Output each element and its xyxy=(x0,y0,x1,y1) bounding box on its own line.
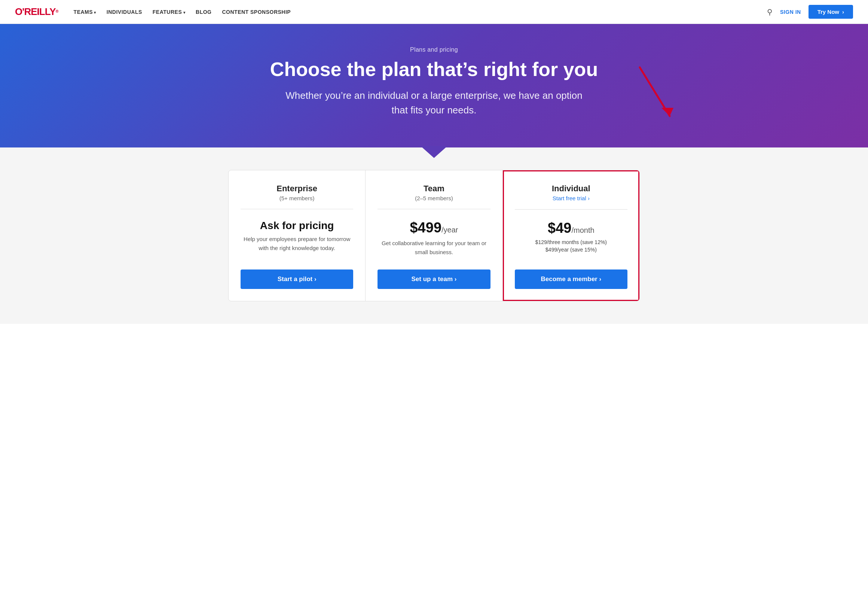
enterprise-plan-name: Enterprise xyxy=(240,184,353,194)
logo-text: O'REILLY xyxy=(15,6,55,17)
nav-teams[interactable]: TEAMS xyxy=(74,9,96,15)
search-icon[interactable]: ⚲ xyxy=(767,8,773,17)
enterprise-body: Ask for pricing Help your employees prep… xyxy=(240,220,353,259)
pricing-section: Enterprise (5+ members) Ask for pricing … xyxy=(0,147,868,324)
enterprise-plan-sub: (5+ members) xyxy=(240,195,353,202)
annotation-arrow xyxy=(632,64,677,125)
start-pilot-button[interactable]: Start a pilot › xyxy=(240,270,353,289)
navigation: O'REILLY® TEAMS INDIVIDUALS FEATURES BLO… xyxy=(0,0,868,24)
team-price: $499/year xyxy=(378,220,490,236)
individual-header: Individual Start free trial › xyxy=(515,184,628,210)
svg-marker-1 xyxy=(661,108,673,116)
individual-plan-name: Individual xyxy=(515,184,628,194)
team-cta: Set up a team › xyxy=(378,270,490,289)
team-header: Team (2–5 members) xyxy=(378,184,490,209)
hero-subtitle: Plans and pricing xyxy=(15,46,853,53)
individual-price: $49/month xyxy=(515,220,628,236)
individual-card: Individual Start free trial › $49/month … xyxy=(503,170,640,301)
nav-features[interactable]: FEATURES xyxy=(153,9,185,15)
arrow-svg xyxy=(632,64,677,124)
become-member-button[interactable]: Become a member › xyxy=(515,270,628,289)
nav-blog[interactable]: BLOG xyxy=(196,9,212,15)
sign-in-link[interactable]: SIGN IN xyxy=(780,9,801,15)
team-desc: Get collaborative learning for your team… xyxy=(378,239,490,257)
nav-individuals[interactable]: INDIVIDUALS xyxy=(107,9,142,15)
individual-cta: Become a member › xyxy=(515,270,628,289)
enterprise-price: Ask for pricing xyxy=(240,220,353,232)
individual-price-alt1: $129/three months (save 12%) xyxy=(515,239,628,245)
team-body: $499/year Get collaborative learning for… xyxy=(378,220,490,259)
nav-right: ⚲ SIGN IN Try Now › xyxy=(767,5,853,19)
try-now-button[interactable]: Try Now › xyxy=(809,5,853,19)
set-up-team-button[interactable]: Set up a team › xyxy=(378,270,490,289)
enterprise-cta: Start a pilot › xyxy=(240,270,353,289)
enterprise-card: Enterprise (5+ members) Ask for pricing … xyxy=(228,170,366,301)
hero-pointer-chevron xyxy=(420,146,448,158)
team-plan-name: Team xyxy=(378,184,490,194)
individual-free-trial-link[interactable]: Start free trial › xyxy=(553,195,590,202)
team-plan-sub: (2–5 members) xyxy=(378,195,490,202)
hero-title: Choose the plan that’s right for you xyxy=(266,58,602,81)
hero-description: Whether you’re an individual or a large … xyxy=(281,88,587,118)
individual-price-alt2: $499/year (save 15%) xyxy=(515,247,628,253)
enterprise-header: Enterprise (5+ members) xyxy=(240,184,353,209)
team-card: Team (2–5 members) $499/year Get collabo… xyxy=(366,170,502,301)
nav-links: TEAMS INDIVIDUALS FEATURES BLOG CONTENT … xyxy=(74,9,767,15)
hero-section: Plans and pricing Choose the plan that’s… xyxy=(0,24,868,147)
nav-content-sponsorship[interactable]: CONTENT SPONSORSHIP xyxy=(222,9,291,15)
pricing-cards: Enterprise (5+ members) Ask for pricing … xyxy=(228,170,640,301)
logo[interactable]: O'REILLY® xyxy=(15,6,59,18)
individual-body: $49/month $129/three months (save 12%) $… xyxy=(515,220,628,259)
enterprise-desc: Help your employees prepare for tomorrow… xyxy=(240,235,353,253)
